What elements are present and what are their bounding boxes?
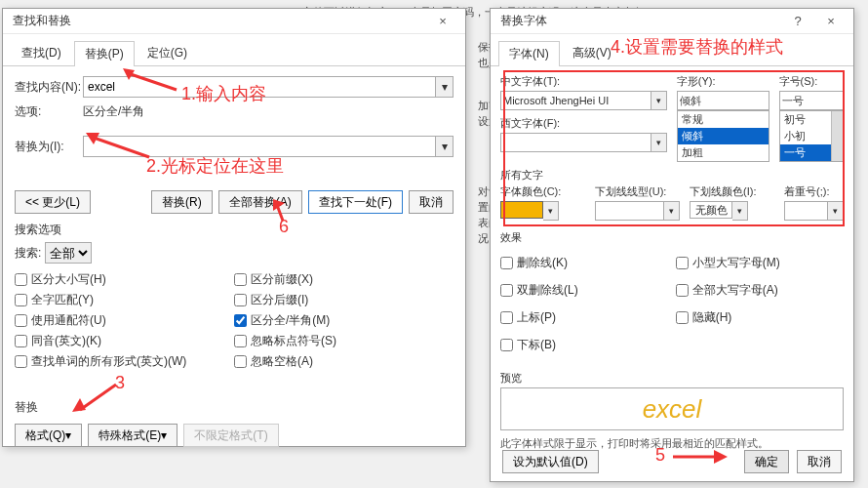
format-button[interactable]: 格式(Q) ▾ xyxy=(15,424,82,447)
tab-advanced[interactable]: 高级(V) xyxy=(562,40,622,65)
search-scope-label: 搜索: xyxy=(15,245,41,262)
close-icon[interactable]: × xyxy=(814,11,848,32)
help-icon[interactable]: ? xyxy=(781,11,814,32)
chevron-down-icon[interactable]: ▾ xyxy=(651,133,667,152)
fx-allcaps[interactable] xyxy=(676,284,689,297)
underline-color-label: 下划线颜色(I): xyxy=(690,184,774,199)
zh-font-select[interactable]: Microsoft JhengHei UI xyxy=(500,91,651,110)
replace-font-dialog: 替换字体 ? × 字体(N) 高级(V) 中文字体(T): Microsoft … xyxy=(490,8,854,482)
emphasis-label: 着重号(;): xyxy=(784,184,844,199)
font-cancel-button[interactable]: 取消 xyxy=(797,450,842,473)
tabs: 查找(D) 替换(P) 定位(G) xyxy=(3,34,465,66)
scrollbar[interactable] xyxy=(831,111,843,161)
chk-homonym[interactable] xyxy=(15,335,27,347)
chk-whole[interactable] xyxy=(15,294,27,306)
replace-all-button[interactable]: 全部替换(A) xyxy=(218,190,302,214)
underline-style-select[interactable] xyxy=(595,201,664,221)
fx-smallcaps[interactable] xyxy=(676,257,689,269)
find-next-button[interactable]: 查找下一处(F) xyxy=(308,190,403,214)
ok-button[interactable]: 确定 xyxy=(744,450,789,473)
preview-text: excel xyxy=(643,394,702,425)
less-button[interactable]: << 更少(L) xyxy=(15,190,91,214)
cancel-button[interactable]: 取消 xyxy=(409,190,454,214)
find-history-dropdown[interactable]: ▾ xyxy=(436,76,454,98)
fx-dstrike[interactable] xyxy=(500,284,513,297)
fx-sub[interactable] xyxy=(500,339,513,351)
replace-section-title: 替换 xyxy=(15,399,454,416)
options-label: 选项: xyxy=(15,103,83,120)
tabs: 字体(N) 高级(V) xyxy=(491,34,853,66)
size-listbox[interactable]: 初号 小初 一号 xyxy=(779,110,844,162)
en-font-label: 西文字体(F): xyxy=(500,116,667,131)
chk-space[interactable] xyxy=(234,355,247,368)
fx-super[interactable] xyxy=(500,311,513,324)
font-color-label: 字体颜色(C): xyxy=(500,184,585,199)
set-default-button[interactable]: 设为默认值(D) xyxy=(502,450,599,473)
dialog-title: 查找和替换 xyxy=(13,13,426,29)
underline-color-select[interactable]: 无颜色 xyxy=(690,201,732,219)
emphasis-select[interactable] xyxy=(784,201,828,221)
find-replace-dialog: 查找和替换 × 查找(D) 替换(P) 定位(G) 查找内容(N): ▾ 选项:… xyxy=(2,8,466,447)
special-format-button[interactable]: 特殊格式(E) ▾ xyxy=(88,424,178,447)
preview-label: 预览 xyxy=(500,371,844,386)
size-label: 字号(S): xyxy=(779,74,844,89)
replace-label: 替换为(I): xyxy=(15,139,83,155)
tab-find[interactable]: 查找(D) xyxy=(11,40,72,65)
tab-replace[interactable]: 替换(P) xyxy=(74,41,135,66)
chk-fullhalf[interactable] xyxy=(234,314,247,327)
chk-punct[interactable] xyxy=(234,335,247,347)
options-value: 区分全/半角 xyxy=(83,103,144,120)
chk-prefix[interactable] xyxy=(234,273,247,286)
no-format-button: 不限定格式(T) xyxy=(183,424,278,447)
style-listbox[interactable]: 常规 倾斜 加粗 xyxy=(677,110,769,162)
find-input[interactable] xyxy=(83,76,436,98)
tab-goto[interactable]: 定位(G) xyxy=(137,40,198,65)
close-icon[interactable]: × xyxy=(426,11,459,32)
find-label: 查找内容(N): xyxy=(15,79,83,96)
chevron-down-icon[interactable]: ▾ xyxy=(543,201,559,221)
preview-box: excel xyxy=(500,387,844,430)
underline-style-label: 下划线线型(U): xyxy=(595,184,680,199)
effects-label: 效果 xyxy=(500,230,844,245)
chevron-down-icon[interactable]: ▾ xyxy=(828,201,844,221)
fx-strike[interactable] xyxy=(500,257,513,269)
replace-input[interactable] xyxy=(83,136,436,157)
zh-font-label: 中文字体(T): xyxy=(500,74,667,89)
font-color-swatch[interactable] xyxy=(500,201,543,219)
chk-allforms[interactable] xyxy=(15,355,27,368)
all-text-label: 所有文字 xyxy=(500,168,844,183)
titlebar: 查找和替换 × xyxy=(3,9,465,34)
chevron-down-icon[interactable]: ▾ xyxy=(664,201,680,221)
tab-font[interactable]: 字体(N) xyxy=(498,41,560,66)
chk-case[interactable] xyxy=(15,273,27,286)
chk-suffix[interactable] xyxy=(234,294,247,306)
search-scope-select[interactable]: 全部 xyxy=(45,242,92,264)
chevron-down-icon[interactable]: ▾ xyxy=(651,91,667,110)
style-input[interactable]: 倾斜 xyxy=(677,91,769,110)
titlebar: 替换字体 ? × xyxy=(491,9,853,34)
chevron-down-icon[interactable]: ▾ xyxy=(732,201,748,221)
chk-wildcard[interactable] xyxy=(15,314,27,327)
replace-history-dropdown[interactable]: ▾ xyxy=(436,136,454,157)
font-note: 此字体样式限于显示，打印时将采用最相近的匹配样式。 xyxy=(500,436,844,451)
en-font-select[interactable] xyxy=(500,133,651,152)
replace-button[interactable]: 替换(R) xyxy=(151,190,213,214)
search-options-title: 搜索选项 xyxy=(15,222,454,238)
dialog-title: 替换字体 xyxy=(500,13,781,29)
fx-hidden[interactable] xyxy=(676,311,689,324)
style-label: 字形(Y): xyxy=(677,74,769,89)
size-input[interactable]: 一号 xyxy=(779,91,844,110)
